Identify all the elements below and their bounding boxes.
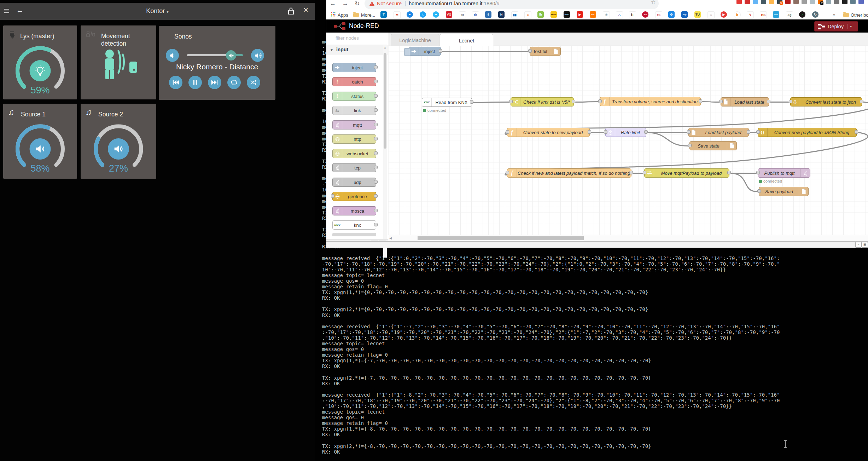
extension-icon[interactable]: [850, 0, 856, 4]
palette-node-udp[interactable]: udp: [332, 178, 376, 187]
palette-node-status[interactable]: !status: [332, 92, 376, 101]
flow-node[interactable]: test.txt: [530, 47, 561, 56]
bookmark-favicon[interactable]: digi: [681, 11, 688, 18]
node-port-out[interactable]: [855, 130, 858, 134]
palette-node-mosca[interactable]: mosca: [332, 206, 376, 215]
lock-icon[interactable]: [288, 7, 294, 15]
browser-back-icon[interactable]: ←: [330, 0, 336, 7]
bookmark-star-icon[interactable]: ☆: [651, 0, 656, 5]
bookmark-favicon[interactable]: b: [734, 11, 741, 18]
extension-icon[interactable]: [858, 0, 864, 4]
extension-icon[interactable]: [793, 0, 799, 4]
flow-node[interactable]: Save state: [689, 141, 737, 150]
flow-canvas[interactable]: injecttest.txtKNXRead from KNXconnectedC…: [388, 46, 868, 235]
extension-icon[interactable]: [736, 0, 742, 4]
flow-node[interactable]: Load last payload: [688, 128, 749, 137]
node-port-out[interactable]: [374, 94, 378, 98]
bookmark-favicon[interactable]: ✳: [603, 11, 610, 18]
bookmark-favicon[interactable]: ▶: [577, 11, 583, 18]
bookmark-favicon[interactable]: ⌂: [707, 11, 715, 18]
palette-node-http[interactable]: http: [332, 134, 376, 144]
flow-node[interactable]: {}Convert new payload to JSON String: [758, 128, 857, 137]
bookmark-favicon[interactable]: Din: [655, 11, 662, 18]
node-port-in[interactable]: [331, 194, 334, 198]
flow-node[interactable]: KNXRead from KNXconnected: [422, 98, 472, 107]
bookmark-favicon[interactable]: rb: [472, 11, 479, 18]
more-folder-icon[interactable]: [353, 13, 359, 17]
bookmark-favicon[interactable]: TU: [694, 11, 701, 18]
node-port-out[interactable]: [629, 171, 633, 174]
flow-node[interactable]: Save payload: [759, 187, 809, 196]
bookmark-favicon[interactable]: ▶: [721, 11, 727, 18]
palette-search-input[interactable]: [330, 35, 382, 41]
node-port-in[interactable]: [506, 171, 509, 174]
tile-source2[interactable]: ♫ Source 2 27%: [81, 104, 156, 179]
media-shuffle-button[interactable]: [247, 76, 260, 89]
extension-icon[interactable]: [810, 0, 815, 4]
bookmark-favicon[interactable]: HTG: [564, 11, 570, 18]
scroll-up-arrow[interactable]: ▲: [384, 46, 386, 49]
node-port-out[interactable]: [374, 123, 378, 126]
node-port-out[interactable]: [439, 49, 442, 53]
more-bookmarks-label[interactable]: More...: [361, 12, 375, 18]
extension-icon[interactable]: [826, 0, 831, 4]
deploy-dropdown-caret[interactable]: ▾: [847, 24, 854, 29]
node-port-in[interactable]: [506, 130, 509, 134]
node-port-in[interactable]: [757, 189, 761, 193]
node-port-out[interactable]: [374, 209, 378, 212]
workspace-tab-Lecnet[interactable]: Lecnet: [440, 34, 493, 47]
other-bookmarks-folder-icon[interactable]: [843, 13, 849, 17]
bookmark-favicon[interactable]: Zg: [786, 11, 793, 18]
node-port-in[interactable]: [789, 100, 792, 103]
bookmark-favicon[interactable]: T: [380, 11, 387, 18]
flow-node[interactable]: inject: [409, 47, 441, 56]
media-pause-button[interactable]: [188, 76, 202, 89]
bookmark-favicon[interactable]: ▮▮: [511, 11, 518, 18]
bookmark-favicon[interactable]: lh: [537, 11, 544, 18]
dimmer-gauge[interactable]: 27%: [81, 104, 156, 179]
node-port-out[interactable]: [374, 108, 378, 112]
scroll-left-arrow[interactable]: ◀: [389, 236, 392, 240]
flow-node[interactable]: fTransform volume, source and destinatio…: [600, 97, 701, 106]
bookmark-favicon[interactable]: nrk: [590, 11, 596, 18]
node-port-in[interactable]: [509, 100, 513, 103]
dimmer-gauge[interactable]: 58%: [3, 104, 77, 179]
workspace-tab-LogicMachine[interactable]: LogicMachine: [391, 34, 439, 46]
apps-grid-icon[interactable]: [331, 12, 336, 17]
extension-icon[interactable]: [785, 0, 791, 4]
zoom-out-button[interactable]: −: [855, 242, 862, 248]
flow-node[interactable]: Move mqttPayload to payload: [644, 168, 729, 178]
node-port-out[interactable]: [374, 151, 378, 155]
node-port-in[interactable]: [528, 49, 532, 53]
flow-node[interactable]: Load last state: [721, 97, 769, 106]
node-port-out[interactable]: [374, 223, 378, 226]
bookmark-favicon[interactable]: ≡: [524, 11, 531, 18]
palette-node-websocket[interactable]: websocket: [332, 149, 376, 158]
media-repeat-button[interactable]: [227, 76, 241, 89]
extension-icon[interactable]: [769, 0, 774, 4]
extension-icon[interactable]: [753, 0, 758, 4]
bookmark-favicon[interactable]: ↻: [812, 11, 819, 18]
node-port-in[interactable]: [687, 130, 691, 134]
node-port-out[interactable]: [374, 194, 378, 198]
node-port-in[interactable]: [643, 171, 646, 174]
node-port-out[interactable]: [767, 100, 770, 103]
bookmark-favicon[interactable]: sub: [773, 11, 779, 18]
dimmer-gauge[interactable]: 59%: [3, 25, 77, 99]
extension-icon[interactable]: [834, 0, 839, 4]
bookmark-favicon[interactable]: M: [394, 11, 401, 18]
extension-icon[interactable]: 2: [818, 0, 823, 4]
other-bookmarks-label[interactable]: Other book: [851, 12, 868, 18]
palette-node-geofence[interactable]: geofence: [332, 192, 376, 201]
node-port-in[interactable]: [756, 171, 760, 174]
palette-node-tcp[interactable]: tcp: [332, 163, 376, 172]
node-port-out[interactable]: [374, 166, 378, 169]
extension-icon[interactable]: [842, 0, 847, 4]
media-previous-button[interactable]: [169, 76, 182, 89]
bookmark-favicon[interactable]: A: [616, 11, 623, 18]
node-port-out[interactable]: [747, 130, 750, 134]
node-port-out[interactable]: [572, 100, 575, 103]
bookmarks-overflow-chevron[interactable]: »: [833, 12, 835, 17]
bookmark-favicon[interactable]: nrk: [459, 11, 466, 18]
bookmark-favicon[interactable]: RS: [760, 11, 767, 18]
